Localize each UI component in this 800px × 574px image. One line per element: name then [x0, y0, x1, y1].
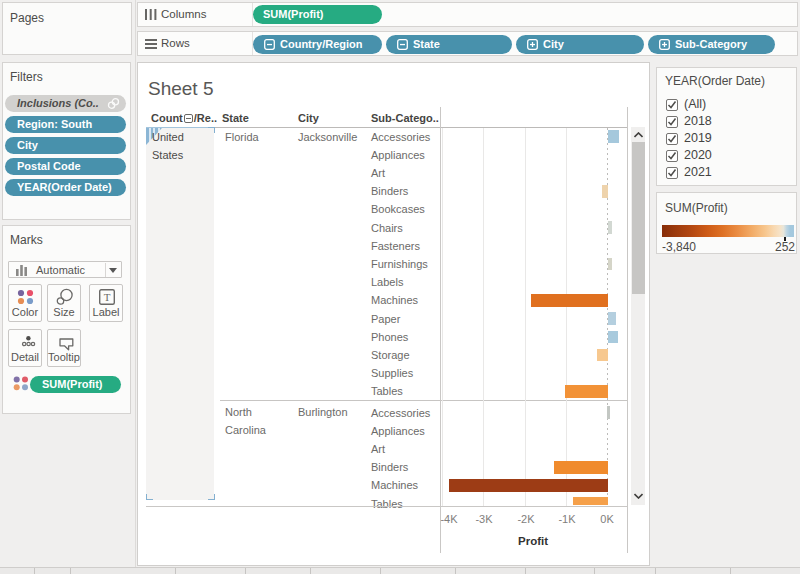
svg-text:T: T [104, 291, 111, 303]
